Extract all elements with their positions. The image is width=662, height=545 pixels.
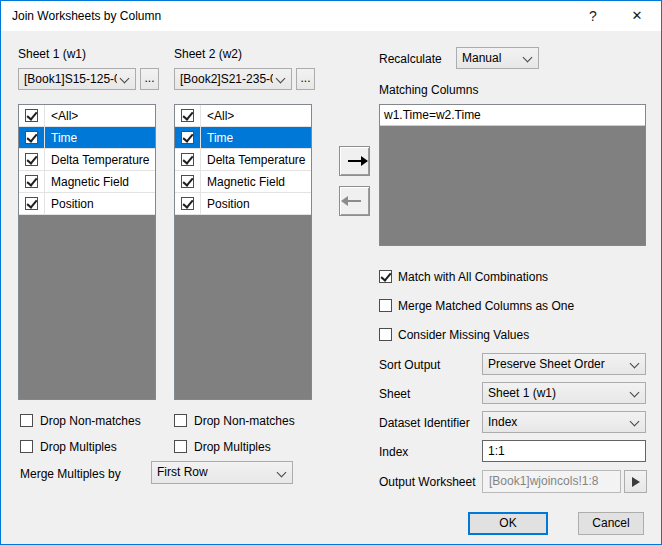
- column-label: Time: [45, 131, 77, 145]
- sheet1-row-magnetic-field[interactable]: Magnetic Field: [19, 171, 155, 193]
- sheet1-drop-nonmatches-label: Drop Non-matches: [40, 414, 141, 428]
- column-checkbox[interactable]: [25, 153, 38, 166]
- title-bar[interactable]: Join Worksheets by Column ? ✕: [1, 1, 661, 31]
- recalculate-combobox[interactable]: Manual: [456, 47, 539, 69]
- chevron-down-icon: [630, 417, 640, 427]
- column-label: Position: [201, 197, 250, 211]
- recalculate-label: Recalculate: [379, 52, 442, 66]
- consider-missing-values-checkbox[interactable]: [379, 328, 392, 341]
- output-worksheet-label: Output Worksheet: [379, 475, 476, 489]
- sheet1-drop-multiples-checkbox[interactable]: [20, 440, 33, 453]
- matching-columns-entry[interactable]: w1.Time=w2.Time: [380, 105, 645, 126]
- match-all-combinations-label: Match with All Combinations: [398, 270, 548, 284]
- output-worksheet-field: [Book1]wjoincols!1:8: [482, 470, 621, 493]
- index-input[interactable]: 1:1: [482, 440, 646, 462]
- sheet2-row-delta-temperature[interactable]: Delta Temperature: [175, 149, 311, 171]
- sheet2-drop-nonmatches-label: Drop Non-matches: [194, 414, 295, 428]
- chevron-down-icon: [276, 74, 286, 84]
- output-worksheet-browse-button[interactable]: [624, 470, 647, 493]
- help-icon[interactable]: ?: [577, 1, 609, 31]
- index-label: Index: [379, 445, 408, 459]
- checkbox-cell: [19, 105, 45, 126]
- checkbox-cell: [175, 171, 201, 192]
- merge-matched-columns-label: Merge Matched Columns as One: [398, 299, 574, 313]
- sheet2-row-all[interactable]: <All>: [175, 105, 311, 127]
- sheet2-drop-multiples-label: Drop Multiples: [194, 440, 271, 454]
- sheet1-browse-button[interactable]: ...: [140, 68, 159, 90]
- column-label: Position: [45, 197, 94, 211]
- merge-matched-columns-checkbox[interactable]: [379, 299, 392, 312]
- sheet2-row-position[interactable]: Position: [175, 193, 311, 215]
- sheet2-workbook-combobox[interactable]: [Book2]S21-235-0: [174, 68, 292, 90]
- merge-multiples-combobox[interactable]: First Row: [151, 461, 293, 484]
- column-label: Time: [201, 131, 233, 145]
- sheet2-row-magnetic-field[interactable]: Magnetic Field: [175, 171, 311, 193]
- remove-match-button[interactable]: [339, 186, 370, 216]
- checkbox-cell: [175, 193, 201, 214]
- column-checkbox[interactable]: [181, 197, 194, 210]
- output-worksheet-value: [Book1]wjoincols!1:8: [489, 471, 617, 492]
- index-value: 1:1: [488, 441, 505, 461]
- sheet1-row-position[interactable]: Position: [19, 193, 155, 215]
- column-label: Delta Temperature: [45, 153, 150, 167]
- sheet2-drop-multiples-checkbox[interactable]: [174, 440, 187, 453]
- arrow-right-icon: [348, 160, 361, 162]
- match-all-combinations-checkbox[interactable]: [379, 270, 392, 283]
- column-label: <All>: [201, 109, 234, 123]
- join-worksheets-dialog: Join Worksheets by Column ? ✕ Sheet 1 (w…: [0, 0, 662, 545]
- sheet1-workbook-value: [Book1]S15-125-0: [24, 69, 117, 89]
- sheet2-drop-nonmatches-checkbox[interactable]: [174, 414, 187, 427]
- checkbox-cell: [175, 105, 201, 126]
- sheet1-row-time[interactable]: Time: [19, 127, 155, 149]
- merge-multiples-value: First Row: [157, 462, 274, 483]
- column-checkbox[interactable]: [181, 153, 194, 166]
- sheet1-drop-multiples-label: Drop Multiples: [40, 440, 117, 454]
- sheet1-workbook-combobox[interactable]: [Book1]S15-125-0: [18, 68, 136, 90]
- sheet1-row-all[interactable]: <All>: [19, 105, 155, 127]
- sheet-combobox[interactable]: Sheet 1 (w1): [482, 382, 646, 404]
- sheet-label: Sheet: [379, 387, 410, 401]
- recalculate-value: Manual: [462, 48, 520, 68]
- column-label: <All>: [45, 109, 78, 123]
- sort-output-label: Sort Output: [379, 358, 440, 372]
- checkbox-cell: [19, 171, 45, 192]
- column-checkbox[interactable]: [25, 175, 38, 188]
- sheet2-workbook-value: [Book2]S21-235-0: [180, 69, 273, 89]
- close-icon[interactable]: ✕: [621, 1, 653, 31]
- sheet1-drop-nonmatches-checkbox[interactable]: [20, 414, 33, 427]
- column-checkbox[interactable]: [25, 197, 38, 210]
- checkbox-cell: [19, 149, 45, 170]
- dialog-title: Join Worksheets by Column: [12, 1, 161, 31]
- column-label: Magnetic Field: [45, 175, 129, 189]
- sheet2-row-time[interactable]: Time: [175, 127, 311, 149]
- column-checkbox[interactable]: [25, 109, 38, 122]
- consider-missing-values-label: Consider Missing Values: [398, 328, 529, 342]
- play-icon: [632, 477, 640, 487]
- column-label: Magnetic Field: [201, 175, 285, 189]
- arrow-left-icon: [348, 200, 361, 202]
- dataset-identifier-value: Index: [488, 412, 627, 432]
- dataset-identifier-combobox[interactable]: Index: [482, 411, 646, 433]
- cancel-button[interactable]: Cancel: [578, 512, 644, 535]
- sort-output-combobox[interactable]: Preserve Sheet Order: [482, 353, 646, 375]
- sheet2-label: Sheet 2 (w2): [174, 47, 242, 61]
- column-checkbox[interactable]: [25, 131, 38, 144]
- column-checkbox[interactable]: [181, 109, 194, 122]
- sheet1-column-list: <All> Time Delta Temperature Magnetic Fi…: [18, 104, 156, 400]
- column-checkbox[interactable]: [181, 175, 194, 188]
- ok-button[interactable]: OK: [468, 512, 548, 535]
- sheet1-label: Sheet 1 (w1): [18, 47, 86, 61]
- add-match-button[interactable]: [339, 146, 370, 176]
- checkbox-cell: [19, 193, 45, 214]
- checkbox-cell: [175, 149, 201, 170]
- column-checkbox[interactable]: [181, 131, 194, 144]
- sheet-value: Sheet 1 (w1): [488, 383, 627, 403]
- matching-columns-list: w1.Time=w2.Time: [379, 104, 646, 246]
- sheet2-browse-button[interactable]: ...: [296, 68, 315, 90]
- chevron-down-icon: [523, 53, 533, 63]
- chevron-down-icon: [277, 468, 287, 478]
- sheet1-row-delta-temperature[interactable]: Delta Temperature: [19, 149, 155, 171]
- merge-multiples-label: Merge Multiples by: [20, 467, 121, 481]
- column-label: Delta Temperature: [201, 153, 306, 167]
- dataset-identifier-label: Dataset Identifier: [379, 416, 470, 430]
